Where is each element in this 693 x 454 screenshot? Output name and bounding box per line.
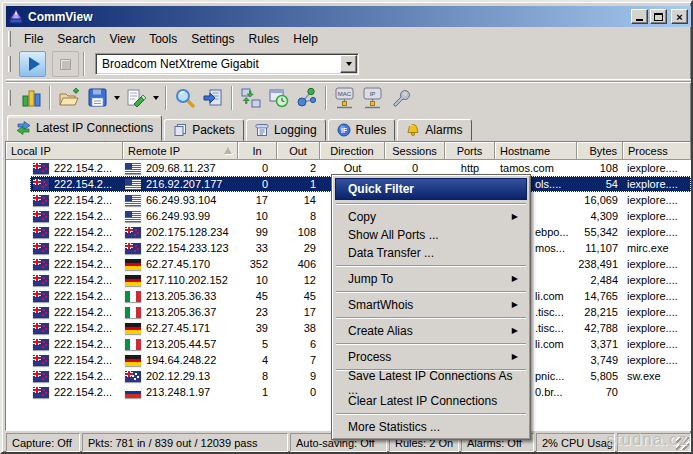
context-menu-item-jump-to[interactable]: Jump To▶ — [335, 270, 527, 288]
context-menu-item-quick-filter[interactable]: Quick Filter — [335, 178, 527, 200]
country-flag-icon-nz — [33, 243, 49, 254]
cell-proc: iexplore.... — [623, 160, 691, 176]
country-flag-icon-de — [125, 259, 141, 270]
stop-capture-button[interactable] — [52, 51, 79, 77]
tab-packets[interactable]: Packets — [164, 119, 244, 141]
cell-bytes: 5,805 — [577, 368, 623, 384]
country-flag-icon-nz — [33, 291, 49, 302]
find-button[interactable] — [171, 84, 199, 112]
column-header-direction[interactable]: Direction — [320, 142, 385, 160]
menu-item-view[interactable]: View — [102, 30, 142, 48]
context-menu-item-process[interactable]: Process▶ — [335, 348, 527, 366]
column-header-bytes[interactable]: Bytes — [577, 142, 623, 160]
context-menu-item-show-all-ports[interactable]: Show All Ports ... — [335, 226, 527, 244]
cell-local-ip: 222.154.2... — [6, 272, 123, 288]
cell-proc: iexplore.... — [623, 224, 691, 240]
cell-proc: iexplore.... — [623, 272, 691, 288]
cell-proc: iexplore.... — [623, 176, 691, 192]
cell-out: 38 — [277, 320, 320, 336]
column-header-ports[interactable]: Ports — [445, 142, 495, 160]
save-dropdown-button[interactable] — [111, 84, 122, 112]
toolbar-grip[interactable] — [8, 56, 11, 72]
menu-item-rules[interactable]: Rules — [242, 30, 287, 48]
country-flag-icon-de — [125, 355, 141, 366]
cell-remote-ip: 62.27.45.171 — [123, 320, 238, 336]
resize-grip[interactable] — [676, 437, 689, 450]
column-header-process[interactable]: Process — [623, 142, 691, 160]
country-flag-icon-nz — [33, 387, 49, 398]
tab-label: Alarms — [425, 123, 462, 137]
clear-button[interactable] — [122, 84, 150, 112]
adapter-combobox[interactable]: Broadcom NetXtreme Gigabit — [95, 53, 359, 75]
commview-window: CommView × FileSearchViewToolsSettingsRu… — [0, 0, 693, 454]
title-bar[interactable]: CommView × — [6, 6, 691, 27]
minimize-button[interactable] — [631, 9, 648, 24]
clear-dropdown-button[interactable] — [150, 84, 161, 112]
toolbar-grip[interactable] — [8, 90, 11, 106]
menu-separator — [336, 413, 526, 415]
cell-local-ip: 222.154.2... — [6, 176, 123, 192]
country-flag-icon-ru — [125, 387, 141, 398]
country-flag-icon-nz — [125, 243, 141, 254]
cell-proc: iexplore.... — [623, 288, 691, 304]
menu-item-settings[interactable]: Settings — [184, 30, 241, 48]
context-menu-item-save-latest-ip-connections-as[interactable]: Save Latest IP Connections As ... — [335, 374, 527, 392]
cell-in: 0 — [238, 176, 277, 192]
cell-bytes: 54 — [577, 176, 623, 192]
statistics-button[interactable] — [17, 84, 45, 112]
statistics-bars-icon — [21, 87, 42, 108]
cell-local-ip: 222.154.2... — [6, 240, 123, 256]
tab-label: Logging — [274, 123, 317, 137]
context-menu-item-more-statistics[interactable]: More Statistics ... — [335, 418, 527, 436]
cell-out: 108 — [277, 224, 320, 240]
ip-table-button[interactable]: IP — [359, 84, 387, 112]
toolbar-grip[interactable] — [8, 31, 11, 47]
tab-alarms[interactable]: Alarms — [397, 119, 471, 141]
maximize-button[interactable] — [650, 9, 667, 24]
options-button[interactable] — [387, 84, 415, 112]
toolbar-separator — [165, 86, 167, 110]
context-menu-item-data-transfer[interactable]: Data Transfer ... — [335, 244, 527, 262]
goto-packet-button[interactable] — [199, 84, 227, 112]
close-button[interactable]: × — [671, 9, 688, 24]
cell-out: 6 — [277, 336, 320, 352]
menu-separator — [336, 203, 526, 205]
country-flag-icon-it — [125, 339, 141, 350]
cell-out: 406 — [277, 256, 320, 272]
cell-in: 17 — [238, 192, 277, 208]
context-menu-item-create-alias[interactable]: Create Alias▶ — [335, 322, 527, 340]
chevron-down-icon — [153, 96, 159, 100]
adapter-dropdown-button[interactable] — [340, 55, 357, 73]
menu-item-tools[interactable]: Tools — [142, 30, 184, 48]
cell-bytes: 42,788 — [577, 320, 623, 336]
column-header-sessions[interactable]: Sessions — [385, 142, 445, 160]
scheduler-button[interactable] — [265, 84, 293, 112]
submenu-arrow-icon: ▶ — [512, 327, 518, 335]
column-header-in[interactable]: In — [238, 142, 277, 160]
column-header-out[interactable]: Out — [277, 142, 320, 160]
column-header-hostname[interactable]: Hostname — [495, 142, 577, 160]
mac-table-button[interactable]: MAC — [331, 84, 359, 112]
cell-local-ip: 222.154.2... — [6, 192, 123, 208]
submenu-arrow-icon: ▶ — [512, 213, 518, 221]
tab-latest-ip-connections[interactable]: Latest IP Connections — [7, 115, 162, 141]
cell-proc: iexplore.... — [623, 336, 691, 352]
cell-remote-ip: 216.92.207.177 — [123, 176, 238, 192]
open-log-button[interactable] — [55, 84, 83, 112]
data-transfer-button[interactable] — [237, 84, 265, 112]
context-menu-item-clear-latest-ip-connections[interactable]: Clear Latest IP Connections — [335, 392, 527, 410]
menu-item-file[interactable]: File — [17, 30, 50, 48]
start-capture-button[interactable] — [19, 51, 46, 77]
node-map-button[interactable] — [293, 84, 321, 112]
save-button[interactable] — [83, 84, 111, 112]
menu-item-search[interactable]: Search — [50, 30, 102, 48]
context-menu-item-smartwhois[interactable]: SmartWhois▶ — [335, 296, 527, 314]
cell-bytes: 2,484 — [577, 272, 623, 288]
tab-logging[interactable]: Logging — [246, 119, 326, 141]
context-menu-item-copy[interactable]: Copy▶ — [335, 208, 527, 226]
cell-local-ip: 222.154.2... — [6, 256, 123, 272]
tab-rules[interactable]: IFRules — [328, 119, 396, 141]
column-header-local-ip[interactable]: Local IP — [6, 142, 123, 160]
column-header-remote-ip[interactable]: Remote IP — [123, 142, 238, 160]
menu-item-help[interactable]: Help — [286, 30, 325, 48]
